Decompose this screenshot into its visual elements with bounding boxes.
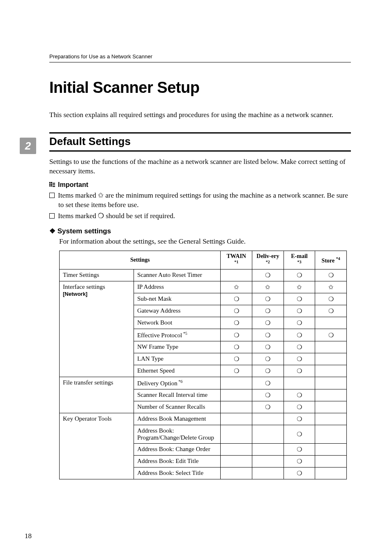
delivery-cell: ❍ [252, 401, 284, 413]
email-cell: ❍ [284, 317, 315, 329]
store-cell [315, 401, 347, 413]
store-cell [315, 365, 347, 377]
table-row: Key Operator ToolsAddress Book Managemen… [60, 413, 347, 425]
item-label: Scanner Recall Interval time [137, 391, 208, 398]
item-label: IP Address [137, 283, 164, 290]
col-store-label: Store [322, 257, 335, 263]
category-label: Timer Settings [63, 272, 99, 278]
col-settings: Settings [60, 251, 221, 269]
svg-rect-7 [53, 184, 55, 185]
page-container: Preparations for Use as a Network Scanne… [0, 0, 392, 555]
store-cell [315, 425, 347, 444]
table-row: Interface settings[Network]IP Address✩✩✩… [60, 281, 347, 293]
item-cell: Address Book: Change Order [134, 444, 221, 456]
col-email-sup: *3 [297, 260, 302, 264]
svg-rect-8 [53, 186, 55, 187]
store-cell: ❍ [315, 269, 347, 281]
system-settings-heading: System settings [49, 227, 351, 235]
email-cell [284, 377, 315, 389]
item-cell: Number of Scanner Recalls [134, 401, 221, 413]
delivery-cell: ❍ [252, 305, 284, 317]
col-email-label: E-mail [291, 253, 307, 259]
item-label: Ethernet Speed [137, 367, 175, 374]
item-cell: NW Frame Type [134, 341, 221, 353]
item-label: Effective Protocol [137, 332, 182, 339]
item-sup: *6 [178, 379, 183, 384]
twain-cell [221, 456, 252, 467]
item-cell: Address Book: Edit Title [134, 456, 221, 467]
twain-cell: ✩ [221, 281, 252, 293]
store-cell: ❍ [315, 293, 347, 305]
box-bullet-icon [49, 213, 55, 219]
delivery-cell: ❍ [252, 353, 284, 365]
twain-cell [221, 269, 252, 281]
item-cell: Effective Protocol *5 [134, 329, 221, 341]
delivery-cell [252, 467, 284, 479]
twain-cell: ❍ [221, 365, 252, 377]
section-rule-bottom [49, 150, 351, 152]
delivery-cell: ❍ [252, 365, 284, 377]
category-cell: Timer Settings [60, 269, 134, 281]
system-settings-note: For information about the settings, see … [59, 237, 351, 246]
twain-cell: ❍ [221, 305, 252, 317]
important-item-text: Items marked ✩ are the minimum required … [58, 191, 348, 209]
item-label: Sub-net Mask [137, 295, 172, 302]
delivery-cell [252, 413, 284, 425]
twain-cell [221, 377, 252, 389]
store-cell: ❍ [315, 305, 347, 317]
email-cell: ❍ [284, 293, 315, 305]
item-cell: Sub-net Mask [134, 293, 221, 305]
important-label: Important [58, 181, 88, 189]
item-label: Number of Scanner Recalls [137, 403, 205, 410]
email-cell: ❍ [284, 401, 315, 413]
category-cell: Key Operator Tools [60, 413, 134, 479]
item-cell: Gateway Address [134, 305, 221, 317]
email-cell: ❍ [284, 329, 315, 341]
email-cell: ❍ [284, 341, 315, 353]
email-cell: ❍ [284, 456, 315, 467]
table-head: Settings TWAIN*1 Deliv-ery *2 E-mail*3 S… [60, 251, 347, 269]
svg-rect-3 [51, 184, 52, 185]
delivery-cell: ❍ [252, 293, 284, 305]
twain-cell [221, 401, 252, 413]
twain-cell: ❍ [221, 293, 252, 305]
category-label: File transfer settings [63, 379, 113, 386]
item-label: Address Book: Select Title [137, 470, 203, 476]
col-twain-label: TWAIN [226, 253, 246, 259]
item-cell: Delivery Option *6 [134, 377, 221, 389]
store-cell [315, 317, 347, 329]
delivery-cell [252, 456, 284, 467]
item-cell: Ethernet Speed [134, 365, 221, 377]
store-cell [315, 377, 347, 389]
chapter-tab-number: 2 [25, 140, 31, 152]
important-icon [49, 182, 56, 188]
item-label: Address Book Management [137, 415, 206, 422]
category-cell: Interface settings[Network] [60, 281, 134, 377]
section-title: Default Settings [49, 135, 351, 148]
svg-rect-5 [51, 185, 52, 187]
store-cell: ❍ [315, 329, 347, 341]
item-cell: Scanner Auto Reset Timer [134, 269, 221, 281]
section-body: Settings to use the functions of the mac… [49, 157, 351, 176]
store-cell [315, 467, 347, 479]
item-cell: Network Boot [134, 317, 221, 329]
important-item-text: Items marked ❍ should be set if required… [58, 212, 175, 220]
svg-rect-2 [49, 184, 51, 185]
category-label: Key Operator Tools [63, 415, 112, 422]
box-bullet-icon [49, 193, 55, 198]
delivery-cell: ❍ [252, 377, 284, 389]
item-cell: LAN Type [134, 353, 221, 365]
important-list: Items marked ✩ are the minimum required … [49, 191, 351, 221]
email-cell: ❍ [284, 444, 315, 456]
delivery-cell: ❍ [252, 389, 284, 401]
delivery-cell: ✩ [252, 281, 284, 293]
item-sup: *5 [182, 331, 187, 336]
email-cell: ❍ [284, 467, 315, 479]
delivery-cell: ❍ [252, 317, 284, 329]
item-label: Scanner Auto Reset Timer [137, 272, 202, 278]
store-cell [315, 444, 347, 456]
delivery-cell: ❍ [252, 329, 284, 341]
page-number: 18 [25, 532, 32, 540]
store-cell [315, 341, 347, 353]
table-row: Timer SettingsScanner Auto Reset Timer❍❍… [60, 269, 347, 281]
